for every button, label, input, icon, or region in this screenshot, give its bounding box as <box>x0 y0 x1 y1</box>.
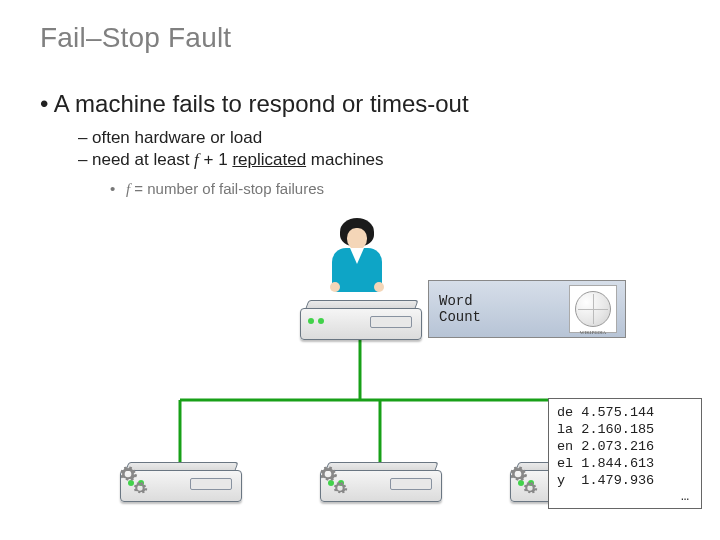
logo-caption: WIKIPEDIA <box>495 330 691 335</box>
bullet-marker: • <box>40 90 54 117</box>
dash-marker: – <box>78 150 92 170</box>
bullet-level-2: – need at least f + 1 replicated machine… <box>78 150 384 170</box>
wikipedia-logo: WIKIPEDIA <box>569 285 617 333</box>
bullet-text: A machine fails to respond or times-out <box>54 90 469 117</box>
table-row: en 2.073.216 <box>557 439 693 456</box>
bullet-text-tail: machines <box>306 150 383 169</box>
gear-icon <box>332 480 348 496</box>
underlined-word: replicated <box>232 150 306 169</box>
table-row: el 1.844.613 <box>557 456 693 473</box>
diagram: Word Count WIKIPEDIA de 4.575.144 la 2.1… <box>0 200 720 540</box>
slide: Fail–Stop Fault • A machine fails to res… <box>0 0 720 540</box>
table-row: la 2.160.185 <box>557 422 693 439</box>
bullet-text: often hardware or load <box>92 128 262 147</box>
bullet-text: = number of fail-stop failures <box>130 180 324 197</box>
ellipsis: … <box>557 489 693 506</box>
word-count-card: Word Count WIKIPEDIA <box>428 280 626 338</box>
slide-title: Fail–Stop Fault <box>40 22 231 54</box>
server-worker-1 <box>120 462 240 504</box>
gear-icon <box>522 480 538 496</box>
globe-icon <box>575 291 611 327</box>
results-table: de 4.575.144 la 2.160.185 en 2.073.216 e… <box>548 398 702 509</box>
user-icon <box>328 218 386 298</box>
server-worker-2 <box>320 462 440 504</box>
bullet-level-2: – often hardware or load <box>78 128 262 148</box>
bullet-level-1: • A machine fails to respond or times-ou… <box>40 90 469 118</box>
card-label: Word Count <box>439 293 481 325</box>
server-master <box>300 300 420 342</box>
bullet-text-after: + 1 <box>199 150 233 169</box>
bullet-level-3: • f = number of fail-stop failures <box>110 180 324 198</box>
bullet-text-before: need at least <box>92 150 194 169</box>
table-row: y 1.479.936 <box>557 473 693 490</box>
bullet-marker: • <box>110 180 126 197</box>
table-row: de 4.575.144 <box>557 405 693 422</box>
dash-marker: – <box>78 128 92 148</box>
gear-icon <box>132 480 148 496</box>
